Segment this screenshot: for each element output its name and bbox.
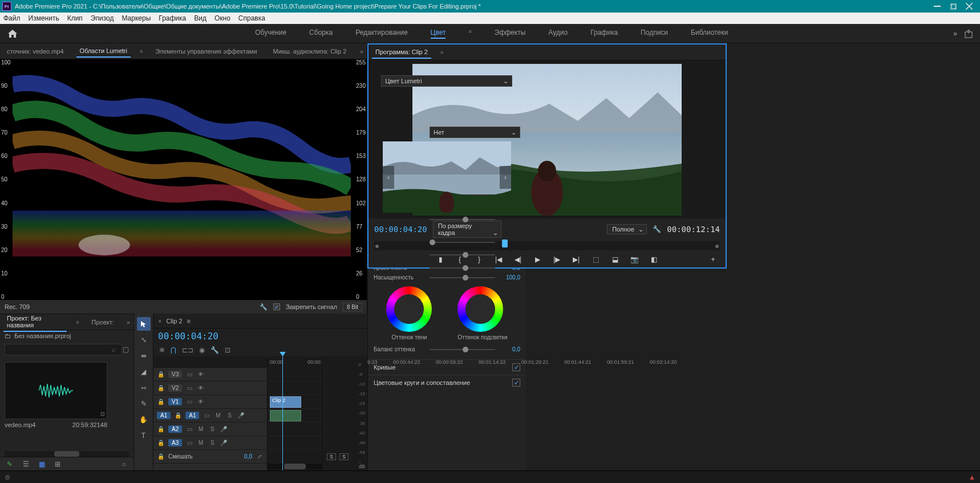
track-select-tool[interactable]: ⤡ — [137, 333, 151, 347]
razor-tool[interactable]: ◢ — [137, 365, 151, 379]
wheels-toggle[interactable] — [512, 379, 520, 387]
vibrance-slider[interactable] — [430, 267, 495, 269]
menu-markers[interactable]: Маркеры — [122, 14, 151, 22]
project-scrollbar[interactable] — [54, 451, 79, 457]
toggle-output-icon[interactable]: ▭ — [203, 412, 210, 420]
button-editor-icon[interactable]: + — [708, 255, 718, 264]
ripple-edit-tool[interactable]: ⇹ — [137, 349, 151, 363]
track-a1[interactable]: A1 — [185, 412, 199, 419]
toggle-output-icon[interactable]: ▭ — [185, 425, 193, 433]
lumetri-effect-dropdown[interactable]: Цвет Lumetri — [381, 75, 512, 87]
wrench-icon[interactable]: 🔧 — [653, 225, 661, 233]
freeform-view-icon[interactable]: ⊞ — [52, 460, 63, 469]
track-v2[interactable]: V2 — [168, 384, 182, 392]
solo-button[interactable]: S — [327, 453, 336, 460]
panel-menu-icon[interactable]: ≡ — [140, 48, 143, 54]
mark-out-button[interactable]: } — [475, 255, 484, 264]
quality-dropdown[interactable]: Полное — [607, 224, 647, 234]
program-scrubber[interactable] — [374, 241, 720, 250]
new-item-icon[interactable]: ✎ — [5, 460, 15, 469]
project-search-input[interactable] — [5, 344, 122, 355]
list-view-icon[interactable]: ☰ — [21, 460, 31, 469]
icon-view-icon[interactable]: ▦ — [37, 460, 47, 469]
close-button[interactable] — [965, 2, 973, 10]
toggle-output-icon[interactable]: ▭ — [185, 371, 193, 379]
workspace-graphics[interactable]: Графика — [590, 29, 618, 39]
tab-project[interactable]: Проект: Без названия — [3, 312, 67, 332]
playhead[interactable] — [282, 356, 283, 470]
saturation-slider[interactable] — [430, 277, 495, 278]
slip-tool[interactable]: ⇿ — [137, 381, 151, 395]
go-to-in-button[interactable]: |◀ — [494, 255, 503, 264]
section-color-wheels[interactable]: Цветовые круги и сопоставление — [368, 375, 526, 390]
workspace-audio[interactable]: Аудио — [548, 29, 568, 39]
timeline-tracks[interactable]: :00:00 00:00:14:23 00:00:29:23 00:00:44:… — [268, 356, 322, 470]
bit-depth-dropdown[interactable]: 8 Bit — [343, 303, 362, 311]
type-tool[interactable]: T — [137, 429, 151, 443]
menu-clip[interactable]: Клип — [67, 14, 83, 22]
cc-icon[interactable]: ⊡ — [225, 346, 230, 354]
curves-toggle[interactable] — [512, 363, 520, 371]
track-a3[interactable]: A3 — [168, 439, 182, 447]
highlight-tint-wheel[interactable] — [457, 286, 503, 332]
lock-icon[interactable]: 🔒 — [157, 453, 165, 461]
step-back-button[interactable]: ◀| — [513, 255, 523, 264]
video-clip[interactable]: Clip 2 — [270, 396, 301, 408]
play-button[interactable]: ▶ — [533, 255, 542, 264]
mix-value[interactable]: 0,0 — [244, 453, 252, 460]
faded-film-slider[interactable] — [430, 242, 495, 243]
timeline-h-scrollbar[interactable] — [284, 464, 306, 469]
in-timecode[interactable]: 00:00:04:20 — [374, 225, 427, 234]
selection-tool[interactable] — [137, 317, 151, 331]
comparison-button[interactable]: ◧ — [649, 255, 658, 264]
lock-icon[interactable]: 🔒 — [157, 371, 165, 379]
workspace-editing[interactable]: Редактирование — [355, 29, 407, 39]
pin-signal-checkbox[interactable] — [273, 303, 280, 310]
workspace-menu-icon[interactable]: ≡ — [468, 29, 471, 39]
cc-icon[interactable]: ⊚ — [5, 473, 10, 481]
mic-icon[interactable]: 🎤 — [220, 425, 228, 433]
magnet-icon[interactable]: ⋂ — [171, 346, 176, 354]
workspace-color[interactable]: Цвет — [431, 29, 446, 39]
track-v1[interactable]: V1 — [168, 398, 182, 405]
lock-icon[interactable]: 🔒 — [157, 425, 165, 433]
panel-menu-icon[interactable]: ≡ — [440, 50, 443, 55]
menu-edit[interactable]: Изменить — [29, 14, 59, 22]
home-icon[interactable] — [7, 29, 18, 39]
tab-lumetri-scopes[interactable]: Области Lumetri — [76, 45, 131, 58]
eye-icon[interactable]: 👁 — [197, 398, 205, 406]
track-a2[interactable]: A2 — [168, 425, 182, 433]
saturation-value[interactable]: 100,0 — [500, 274, 520, 281]
menu-view[interactable]: Вид — [194, 14, 206, 22]
more-tabs-icon[interactable]: » — [360, 48, 363, 55]
maximize-button[interactable] — [949, 2, 957, 10]
workspace-libraries[interactable]: Библиотеки — [691, 29, 728, 39]
workspace-assembly[interactable]: Сборка — [309, 29, 333, 39]
shadow-tint-wheel[interactable] — [386, 286, 432, 332]
wrench-icon[interactable]: 🔧 — [260, 303, 268, 311]
settings-icon[interactable]: 🔧 — [210, 346, 219, 354]
mic-icon[interactable]: 🎤 — [220, 439, 228, 447]
tab-project-2[interactable]: Проект: — [88, 316, 118, 328]
mic-icon[interactable]: 🎤 — [237, 412, 245, 420]
look-prev-button[interactable]: ‹ — [383, 166, 394, 189]
eye-icon[interactable]: 👁 — [197, 371, 205, 379]
extract-button[interactable]: ⬓ — [610, 255, 619, 264]
hand-tool[interactable]: ✋ — [137, 413, 151, 427]
toggle-output-icon[interactable]: ▭ — [185, 384, 193, 392]
marker-icon[interactable]: ◉ — [199, 346, 205, 354]
eye-icon[interactable]: 👁 — [197, 384, 205, 392]
workspace-learning[interactable]: Обучение — [255, 29, 286, 39]
step-forward-button[interactable]: |▶ — [552, 255, 561, 264]
linked-selection-icon[interactable]: ⊏⊐ — [182, 346, 193, 354]
new-bin-icon[interactable]: ▢ — [123, 346, 129, 354]
warning-icon[interactable]: ▲ — [969, 473, 975, 481]
scrub-handle[interactable] — [502, 240, 508, 247]
tab-audio-mixer[interactable]: Микш. аудиоклипа: Clip 2 — [270, 46, 350, 57]
lock-icon[interactable]: 🔒 — [157, 398, 165, 406]
overflow-icon[interactable]: » — [953, 30, 957, 38]
sequence-tab[interactable]: Clip 2 — [166, 318, 182, 324]
lock-icon[interactable]: 🔒 — [174, 412, 182, 420]
toggle-output-icon[interactable]: ▭ — [185, 439, 193, 447]
export-frame-button[interactable]: 📷 — [630, 255, 639, 264]
